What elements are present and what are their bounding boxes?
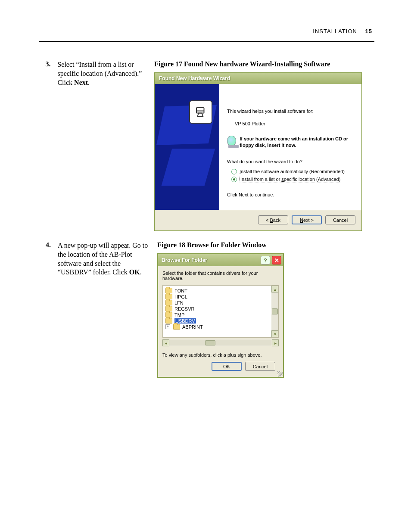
close-button[interactable]: ✕ bbox=[272, 256, 281, 264]
radio-icon bbox=[231, 169, 237, 174]
header-page-number: 15 bbox=[365, 28, 372, 34]
subfolders-hint: To view any subfolders, click a plus sig… bbox=[162, 352, 279, 358]
resize-grip-icon[interactable] bbox=[277, 371, 283, 376]
figure-18-caption: Figure 18 Browse for Folder Window bbox=[157, 241, 362, 249]
help-button[interactable]: ? bbox=[261, 256, 270, 264]
cancel-button[interactable]: Cancel bbox=[325, 215, 355, 224]
device-name: VP 500 Plotter bbox=[235, 121, 354, 127]
wizard-title: Found New Hardware Wizard bbox=[159, 75, 230, 81]
folder-abprint[interactable]: +ABPRINT bbox=[165, 324, 276, 330]
radio-list-label: Install from a list or specific location… bbox=[240, 176, 341, 183]
scroll-down-icon[interactable]: ▾ bbox=[271, 330, 278, 337]
folder-usbdrv-selected[interactable]: USBDRV bbox=[165, 318, 276, 324]
back-button[interactable]: < Back< Back bbox=[258, 215, 288, 224]
scroll-thumb[interactable] bbox=[205, 340, 215, 345]
wizard-intro: This wizard helps you install software f… bbox=[227, 108, 354, 115]
scroll-up-icon[interactable]: ▴ bbox=[271, 286, 278, 292]
cancel-button[interactable]: Cancel bbox=[245, 362, 275, 371]
cd-icon bbox=[227, 136, 236, 146]
browse-for-folder-dialog: Browse For Folder ? ✕ Select the folder … bbox=[157, 253, 284, 378]
expand-icon[interactable]: + bbox=[165, 324, 170, 329]
header-section: INSTALLATION bbox=[313, 28, 357, 34]
header-rule bbox=[39, 41, 374, 42]
folder-regsvr[interactable]: REGSVR bbox=[165, 306, 276, 311]
scroll-track[interactable] bbox=[169, 340, 272, 345]
cd-note: If your hardware came with an installati… bbox=[240, 136, 354, 149]
folder-icon bbox=[173, 324, 180, 330]
vertical-scrollbar[interactable]: ▴ ▾ bbox=[271, 286, 278, 337]
wizard-sidebar-graphic bbox=[155, 84, 219, 210]
scroll-left-icon[interactable]: ◂ bbox=[162, 339, 169, 346]
radio-install-auto[interactable]: IInstall the software automatically (Rec… bbox=[231, 168, 354, 175]
step-3-number: 3. bbox=[42, 60, 50, 68]
folder-lfn[interactable]: LFN bbox=[165, 300, 276, 305]
folder-tree[interactable]: FONT HPGL LFN REGSVR TMP USBDRV +ABPRINT… bbox=[162, 285, 279, 338]
folder-font[interactable]: FONT bbox=[165, 288, 276, 293]
ok-button[interactable]: OK bbox=[212, 362, 242, 371]
step-4-text: A new pop-up will appear. Go to the loca… bbox=[58, 241, 150, 277]
found-new-hardware-wizard: Found New Hardware Wizard This wizard he… bbox=[154, 72, 362, 231]
device-icon bbox=[189, 100, 212, 124]
scroll-thumb[interactable] bbox=[272, 308, 278, 314]
dialog-title-bar[interactable]: Browse For Folder ? ✕ bbox=[158, 254, 283, 266]
page-header: INSTALLATION 15 bbox=[313, 28, 372, 34]
step-3-text: Select “Install from a list or specific … bbox=[57, 60, 147, 87]
folder-tmp[interactable]: TMP bbox=[165, 312, 276, 317]
radio-auto-label: IInstall the software automatically (Rec… bbox=[240, 168, 345, 175]
continue-hint: Click Next to continue. bbox=[227, 192, 354, 198]
wizard-title-bar[interactable]: Found New Hardware Wizard bbox=[155, 73, 361, 84]
radio-selected-icon bbox=[231, 177, 237, 182]
folder-hpgl[interactable]: HPGL bbox=[165, 294, 276, 299]
dialog-prompt: Select the folder that contains drivers … bbox=[162, 271, 279, 281]
folder-icon bbox=[165, 318, 172, 324]
horizontal-scrollbar[interactable]: ◂ ▸ bbox=[162, 339, 279, 346]
wizard-question: What do you want the wizard to do? bbox=[227, 159, 354, 165]
scroll-right-icon[interactable]: ▸ bbox=[272, 339, 279, 346]
svg-rect-0 bbox=[196, 108, 204, 113]
figure-17-caption: Figure 17 Found New hardware Wizard-Inst… bbox=[154, 60, 362, 68]
dialog-title: Browse For Folder bbox=[162, 257, 259, 263]
step-4-number: 4. bbox=[42, 241, 51, 249]
radio-install-list[interactable]: Install from a list or specific location… bbox=[231, 176, 354, 183]
next-button[interactable]: Next >Next > bbox=[292, 215, 322, 224]
